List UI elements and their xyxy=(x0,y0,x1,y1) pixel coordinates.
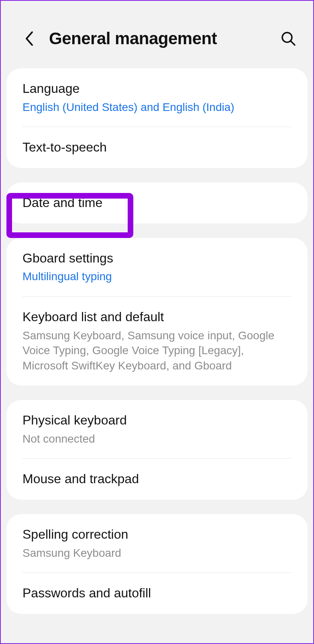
item-subtitle: Multilingual typing xyxy=(22,269,292,284)
item-physical-keyboard[interactable]: Physical keyboard Not connected xyxy=(6,400,308,458)
item-title: Mouse and trackpad xyxy=(22,471,292,488)
item-gboard-settings[interactable]: Gboard settings Multilingual typing xyxy=(6,238,308,296)
item-mouse-trackpad[interactable]: Mouse and trackpad xyxy=(6,459,308,500)
settings-group-keyboard: Gboard settings Multilingual typing Keyb… xyxy=(6,238,308,386)
svg-line-1 xyxy=(291,41,295,45)
back-button[interactable] xyxy=(21,31,37,47)
item-subtitle: Samsung Keyboard xyxy=(22,546,292,561)
item-subtitle: Not connected xyxy=(22,431,292,447)
item-subtitle: Samsung Keyboard, Samsung voice input, G… xyxy=(22,328,292,373)
item-title: Date and time xyxy=(22,195,292,211)
item-title: Text-to-speech xyxy=(22,139,292,156)
item-title: Spelling correction xyxy=(22,526,292,543)
settings-group-datetime: Date and time xyxy=(6,183,308,224)
item-title: Gboard settings xyxy=(22,250,292,267)
item-title: Keyboard list and default xyxy=(22,309,292,326)
item-title: Physical keyboard xyxy=(22,412,292,429)
item-spelling-correction[interactable]: Spelling correction Samsung Keyboard xyxy=(6,514,308,572)
item-subtitle: English (United States) and English (Ind… xyxy=(22,100,292,115)
settings-group-language: Language English (United States) and Eng… xyxy=(6,68,308,168)
item-date-and-time[interactable]: Date and time xyxy=(6,183,308,224)
item-keyboard-list-default[interactable]: Keyboard list and default Samsung Keyboa… xyxy=(6,297,308,386)
item-title: Passwords and autofill xyxy=(22,585,292,602)
search-icon xyxy=(280,31,296,47)
settings-group-input-devices: Physical keyboard Not connected Mouse an… xyxy=(6,400,308,500)
item-title: Language xyxy=(22,80,292,97)
search-button[interactable] xyxy=(279,30,297,47)
page-title: General management xyxy=(49,29,267,48)
item-text-to-speech[interactable]: Text-to-speech xyxy=(6,127,308,168)
item-language[interactable]: Language English (United States) and Eng… xyxy=(6,68,308,127)
item-passwords-autofill[interactable]: Passwords and autofill xyxy=(6,573,308,614)
chevron-left-icon xyxy=(24,31,34,47)
header: General management xyxy=(1,1,313,68)
settings-group-text-input: Spelling correction Samsung Keyboard Pas… xyxy=(6,514,308,614)
